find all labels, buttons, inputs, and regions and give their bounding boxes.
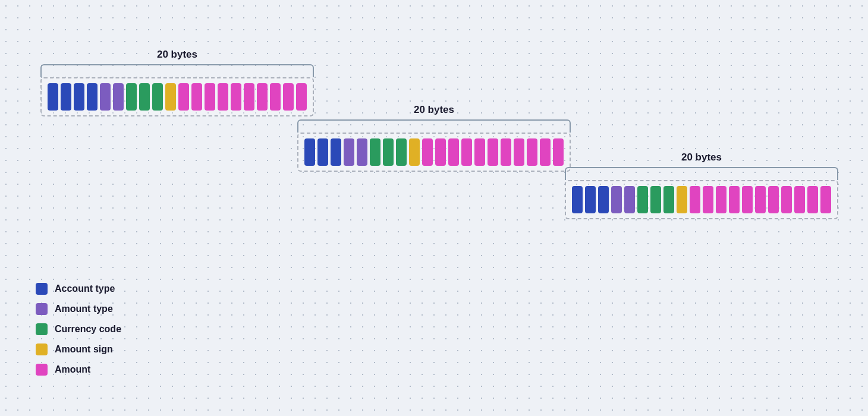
bar-3-13	[729, 186, 740, 213]
legend-label-purple: Amount type	[55, 304, 113, 314]
bar-2-11	[435, 138, 446, 166]
legend-swatch-pink	[36, 364, 48, 376]
legend-label-yellow: Amount sign	[55, 344, 113, 355]
bar-1-12	[191, 83, 202, 111]
brace-1	[40, 64, 314, 77]
bar-3-20	[820, 186, 831, 213]
bar-2-19	[540, 138, 551, 166]
dashed-box-1	[40, 77, 314, 116]
bytes-label-2: 20 bytes	[297, 104, 571, 116]
bar-3-19	[807, 186, 818, 213]
bar-1-9	[152, 83, 163, 111]
legend-swatch-blue	[36, 283, 48, 295]
bar-1-19	[283, 83, 294, 111]
bar-3-8	[663, 186, 674, 213]
brace-2	[297, 119, 571, 133]
bar-2-2	[317, 138, 328, 166]
legend-swatch-green	[36, 323, 48, 335]
bar-3-5	[624, 186, 635, 213]
legend-label-blue: Account type	[55, 283, 115, 294]
bar-1-16	[244, 83, 254, 111]
bar-3-10	[690, 186, 700, 213]
bar-1-11	[178, 83, 189, 111]
bar-3-17	[781, 186, 792, 213]
legend-item-purple: Amount type	[36, 303, 121, 315]
bar-1-8	[139, 83, 150, 111]
bar-3-18	[794, 186, 805, 213]
bar-2-17	[514, 138, 524, 166]
legend-item-green: Currency code	[36, 323, 121, 335]
bar-1-4	[87, 83, 98, 111]
bar-1-13	[205, 83, 215, 111]
legend-label-green: Currency code	[55, 324, 121, 335]
bar-3-12	[716, 186, 727, 213]
dashed-box-2	[297, 133, 571, 172]
bar-3-7	[650, 186, 661, 213]
bar-1-7	[126, 83, 137, 111]
bar-2-18	[527, 138, 537, 166]
bar-2-4	[344, 138, 354, 166]
bar-2-5	[357, 138, 367, 166]
bar-1-18	[270, 83, 281, 111]
bar-3-4	[611, 186, 622, 213]
legend-item-yellow: Amount sign	[36, 343, 121, 355]
bytes-label-1: 20 bytes	[40, 49, 314, 61]
bytes-label-3: 20 bytes	[565, 152, 838, 163]
bar-2-6	[370, 138, 380, 166]
bar-2-13	[461, 138, 472, 166]
dashed-box-3	[565, 180, 838, 219]
brace-3	[565, 167, 838, 180]
bar-1-10	[165, 83, 176, 111]
bar-2-20	[553, 138, 564, 166]
bar-1-5	[100, 83, 111, 111]
bar-2-12	[448, 138, 459, 166]
bar-2-1	[304, 138, 315, 166]
legend-swatch-yellow	[36, 343, 48, 355]
bar-1-6	[113, 83, 124, 111]
bar-1-3	[74, 83, 84, 111]
bar-3-15	[755, 186, 766, 213]
bar-1-15	[231, 83, 241, 111]
bar-2-8	[396, 138, 407, 166]
legend-item-pink: Amount	[36, 364, 121, 376]
byte-group-3: 20 bytes	[565, 152, 838, 219]
legend: Account typeAmount typeCurrency codeAmou…	[36, 283, 121, 376]
bar-2-3	[331, 138, 341, 166]
diagram-container: 20 bytes20 bytes20 bytesAccount typeAmou…	[0, 0, 868, 416]
bar-3-11	[703, 186, 713, 213]
bar-1-17	[257, 83, 268, 111]
bar-1-2	[61, 83, 71, 111]
bar-2-15	[488, 138, 498, 166]
byte-group-2: 20 bytes	[297, 104, 571, 172]
bar-2-9	[409, 138, 420, 166]
bar-3-14	[742, 186, 753, 213]
legend-label-pink: Amount	[55, 364, 90, 375]
bar-2-7	[383, 138, 394, 166]
bar-1-1	[48, 83, 58, 111]
bar-3-9	[677, 186, 687, 213]
bar-1-14	[218, 83, 228, 111]
bar-3-16	[768, 186, 779, 213]
bar-3-1	[572, 186, 583, 213]
bar-2-14	[474, 138, 485, 166]
bar-3-6	[637, 186, 648, 213]
legend-item-blue: Account type	[36, 283, 121, 295]
byte-group-1: 20 bytes	[40, 49, 314, 116]
bar-2-16	[501, 138, 511, 166]
bar-3-2	[585, 186, 596, 213]
bar-3-3	[598, 186, 609, 213]
legend-swatch-purple	[36, 303, 48, 315]
bar-2-10	[422, 138, 433, 166]
